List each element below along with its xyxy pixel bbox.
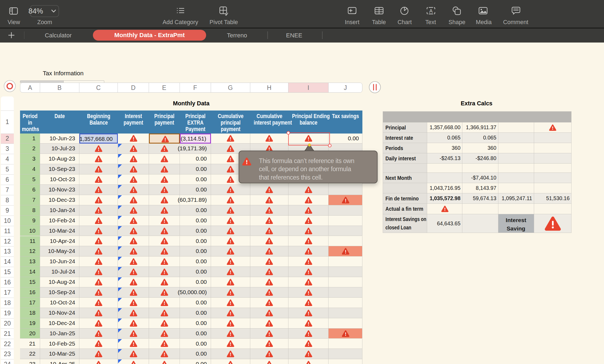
svg-text:A: A	[429, 8, 433, 14]
